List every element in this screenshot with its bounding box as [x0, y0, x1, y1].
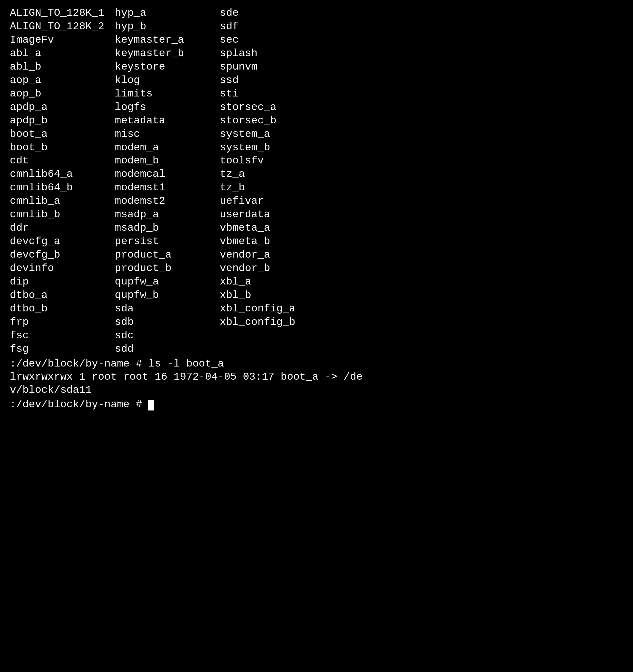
table-row: cdtmodem_btoolsfv: [10, 154, 623, 168]
col3-cell: sde: [220, 6, 325, 20]
col3-cell: userdata: [220, 208, 325, 221]
col3-cell: tz_b: [220, 181, 325, 195]
col3-cell: vbmeta_a: [220, 221, 325, 235]
col1-cell: devcfg_a: [10, 235, 115, 248]
table-row: apdp_alogfsstorsec_a: [10, 101, 623, 114]
cmd-line-1: :/dev/block/by-name # ls -l boot_a: [10, 357, 623, 370]
table-row: dtbo_bsdaxbl_config_a: [10, 302, 623, 316]
col1-cell: ddr: [10, 221, 115, 235]
col3-cell: system_a: [220, 128, 325, 141]
col1-cell: cmnlib64_b: [10, 181, 115, 195]
col2-cell: modemcal: [115, 168, 220, 181]
col1-cell: ALIGN_TO_128K_2: [10, 20, 115, 33]
col3-cell: xbl_b: [220, 289, 325, 302]
col2-cell: qupfw_b: [115, 289, 220, 302]
col1-cell: fsg: [10, 342, 115, 356]
col2-cell: qupfw_a: [115, 275, 220, 289]
table-row: ddrmsadp_bvbmeta_a: [10, 221, 623, 235]
table-row: abl_bkeystorespunvm: [10, 61, 623, 74]
col1-cell: apdp_b: [10, 114, 115, 128]
table-row: cmnlib_bmsadp_auserdata: [10, 208, 623, 221]
table-row: apdp_bmetadatastorsec_b: [10, 114, 623, 128]
table-row: aop_aklogssd: [10, 74, 623, 87]
table-row: devinfoproduct_bvendor_b: [10, 262, 623, 275]
col2-cell: modem_a: [115, 141, 220, 154]
table-row: dtbo_aqupfw_bxbl_b: [10, 289, 623, 302]
col1-cell: dip: [10, 275, 115, 289]
output-line-2: v/block/sda11: [10, 384, 623, 397]
col3-cell: spunvm: [220, 61, 325, 74]
col2-cell: sdc: [115, 329, 220, 342]
col1-cell: dtbo_b: [10, 302, 115, 316]
col3-cell: storsec_a: [220, 101, 325, 114]
col1-cell: dtbo_a: [10, 289, 115, 302]
col3-cell: vbmeta_b: [220, 235, 325, 248]
table-row: ALIGN_TO_128K_2hyp_bsdf: [10, 20, 623, 33]
terminal-output: ALIGN_TO_128K_1hyp_asdeALIGN_TO_128K_2hy…: [10, 6, 623, 356]
col2-cell: sdb: [115, 316, 220, 329]
col2-cell: modem_b: [115, 154, 220, 168]
col2-cell: limits: [115, 87, 220, 101]
table-row: devcfg_apersistvbmeta_b: [10, 235, 623, 248]
col3-cell: ssd: [220, 74, 325, 87]
col3-cell: [220, 342, 325, 356]
table-row: frpsdbxbl_config_b: [10, 316, 623, 329]
col3-cell: xbl_a: [220, 275, 325, 289]
col3-cell: splash: [220, 47, 325, 61]
col1-cell: abl_b: [10, 61, 115, 74]
col1-cell: cmnlib64_a: [10, 168, 115, 181]
col1-cell: devcfg_b: [10, 248, 115, 262]
col1-cell: fsc: [10, 329, 115, 342]
col1-cell: ALIGN_TO_128K_1: [10, 6, 115, 20]
col2-cell: keystore: [115, 61, 220, 74]
col3-cell: uefivar: [220, 195, 325, 208]
table-row: devcfg_bproduct_avendor_a: [10, 248, 623, 262]
col2-cell: hyp_b: [115, 20, 220, 33]
col3-cell: xbl_config_b: [220, 316, 325, 329]
col2-cell: msadp_b: [115, 221, 220, 235]
col3-cell: xbl_config_a: [220, 302, 325, 316]
table-row: boot_amiscsystem_a: [10, 128, 623, 141]
col3-cell: storsec_b: [220, 114, 325, 128]
col3-cell: vendor_a: [220, 248, 325, 262]
col3-cell: sti: [220, 87, 325, 101]
col1-cell: cdt: [10, 154, 115, 168]
col1-cell: ImageFv: [10, 33, 115, 47]
col1-cell: cmnlib_b: [10, 208, 115, 221]
col2-cell: logfs: [115, 101, 220, 114]
table-row: fsgsdd: [10, 342, 623, 356]
table-row: cmnlib64_bmodemst1tz_b: [10, 181, 623, 195]
col2-cell: persist: [115, 235, 220, 248]
table-row: ALIGN_TO_128K_1hyp_asde: [10, 6, 623, 20]
col3-cell: [220, 329, 325, 342]
cmd-line-2: :/dev/block/by-name #: [10, 398, 623, 411]
output-line-1: lrwxrwxrwx 1 root root 16 1972-04-05 03:…: [10, 370, 623, 384]
col2-cell: modemst2: [115, 195, 220, 208]
table-row: ImageFvkeymaster_asec: [10, 33, 623, 47]
col1-cell: boot_b: [10, 141, 115, 154]
col3-cell: system_b: [220, 141, 325, 154]
col2-cell: msadp_a: [115, 208, 220, 221]
col3-cell: tz_a: [220, 168, 325, 181]
col2-cell: sda: [115, 302, 220, 316]
col1-cell: apdp_a: [10, 101, 115, 114]
col3-cell: sec: [220, 33, 325, 47]
table-row: aop_blimitssti: [10, 87, 623, 101]
table-row: boot_bmodem_asystem_b: [10, 141, 623, 154]
col3-cell: sdf: [220, 20, 325, 33]
col2-cell: hyp_a: [115, 6, 220, 20]
col2-cell: product_a: [115, 248, 220, 262]
col1-cell: aop_a: [10, 74, 115, 87]
col2-cell: klog: [115, 74, 220, 87]
table-row: dipqupfw_axbl_a: [10, 275, 623, 289]
col1-cell: frp: [10, 316, 115, 329]
table-row: abl_akeymaster_bsplash: [10, 47, 623, 61]
table-row: cmnlib_amodemst2uefivar: [10, 195, 623, 208]
col2-cell: misc: [115, 128, 220, 141]
col2-cell: product_b: [115, 262, 220, 275]
col2-cell: metadata: [115, 114, 220, 128]
col2-cell: sdd: [115, 342, 220, 356]
terminal-window: ALIGN_TO_128K_1hyp_asdeALIGN_TO_128K_2hy…: [10, 6, 623, 411]
col1-cell: cmnlib_a: [10, 195, 115, 208]
col2-cell: keymaster_a: [115, 33, 220, 47]
